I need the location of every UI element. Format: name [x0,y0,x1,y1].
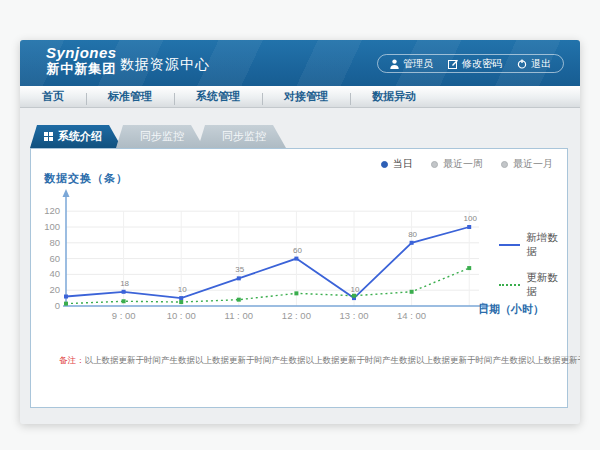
current-user-label: 管理员 [403,57,433,71]
main-nav: 首页 标准管理 系统管理 对接管理 数据异动 [20,86,580,108]
legend-item-updated-data[interactable]: 更新数据 [499,271,567,299]
svg-text:40: 40 [49,268,60,279]
nav-item-system-mgmt[interactable]: 系统管理 [174,89,262,104]
svg-text:10: 10 [178,285,187,294]
app-header: Synjones 新中新集团 数据资源中心 管理员 修改密码 退出 [20,40,580,86]
tab-label: 同步监控 [140,129,184,144]
change-password-button[interactable]: 修改密码 [448,57,502,71]
logo-brand-text: Synjones [46,45,117,62]
tab-bar: 系统介绍 同步监控 同步监控 [30,125,286,148]
chart-legend: 新增数据 更新数据 [499,231,567,299]
user-toolbar: 管理员 修改密码 退出 [377,54,564,73]
power-icon [517,59,527,69]
nav-item-home[interactable]: 首页 [20,89,86,104]
legend-label: 更新数据 [526,271,567,299]
svg-text:100: 100 [44,221,60,232]
logout-button[interactable]: 退出 [517,57,551,71]
svg-text:11 : 00: 11 : 00 [225,310,253,321]
svg-text:9 : 00: 9 : 00 [112,310,136,321]
svg-text:14 : 00: 14 : 00 [397,310,426,321]
page-title: 数据资源中心 [120,56,210,74]
dotted-line-icon [499,284,520,286]
logo-company-name: 新中新集团 [46,62,117,76]
svg-text:35: 35 [235,265,244,274]
logout-label: 退出 [531,57,551,71]
nav-item-integration-mgmt[interactable]: 对接管理 [262,89,350,104]
svg-text:120: 120 [44,205,60,216]
svg-text:12 : 00: 12 : 00 [282,310,311,321]
tab-sync-monitor-1[interactable]: 同步监控 [116,125,204,148]
solid-line-icon [499,244,520,246]
nav-item-data-changes[interactable]: 数据异动 [350,89,438,104]
x-axis-title: 日期（小时） [478,302,544,317]
app-window: Synjones 新中新集团 数据资源中心 管理员 修改密码 退出 首页 标准管… [20,40,580,424]
svg-text:10: 10 [351,285,360,294]
svg-text:100: 100 [464,214,478,223]
legend-label: 新增数据 [526,231,567,259]
tab-system-intro[interactable]: 系统介绍 [30,125,122,148]
tab-label: 系统介绍 [58,129,102,144]
grid-icon [44,131,53,143]
edit-icon [448,59,458,69]
line-chart: 0204060801001209 : 0010 : 0011 : 0012 : … [31,149,569,349]
svg-text:18: 18 [120,279,129,288]
change-password-label: 修改密码 [462,57,502,71]
footer-note: 备注：以上数据更新于时间产生数据以上数据更新于时间产生数据以上数据更新于时间产生… [59,355,551,367]
tab-label: 同步监控 [222,129,266,144]
svg-text:60: 60 [293,246,302,255]
svg-text:10 : 00: 10 : 00 [167,310,196,321]
chart-panel: 当日 最近一周 最近一月 数据交换（条） 0204060801001209 : … [30,148,568,408]
nav-item-standard-mgmt[interactable]: 标准管理 [86,89,174,104]
note-label: 备注： [59,355,85,365]
svg-text:80: 80 [408,230,417,239]
legend-item-new-data[interactable]: 新增数据 [499,231,567,259]
current-user-button[interactable]: 管理员 [390,57,433,71]
note-text: 以上数据更新于时间产生数据以上数据更新于时间产生数据以上数据更新于时间产生数据以… [85,355,581,365]
svg-text:60: 60 [49,253,60,264]
user-icon [390,59,399,69]
svg-text:80: 80 [49,237,60,248]
svg-text:0: 0 [55,300,60,311]
svg-text:20: 20 [49,284,60,295]
company-logo: Synjones 新中新集团 [46,45,117,76]
tab-sync-monitor-2[interactable]: 同步监控 [198,125,286,148]
svg-text:13 : 00: 13 : 00 [339,310,368,321]
